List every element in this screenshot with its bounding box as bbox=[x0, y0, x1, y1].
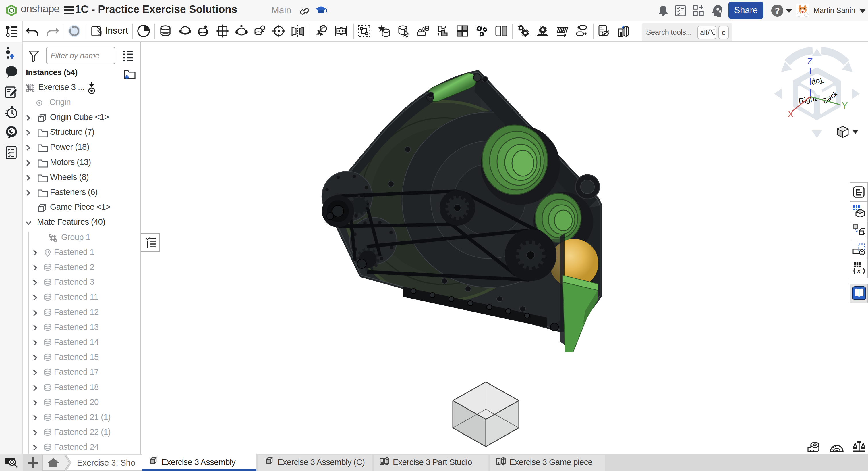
svg-text:x: x bbox=[857, 266, 861, 274]
svg-text:X: X bbox=[787, 109, 794, 119]
svg-text:Y: Y bbox=[842, 100, 847, 111]
svg-text:?: ? bbox=[775, 6, 780, 15]
svg-text:Z: Z bbox=[807, 56, 813, 66]
